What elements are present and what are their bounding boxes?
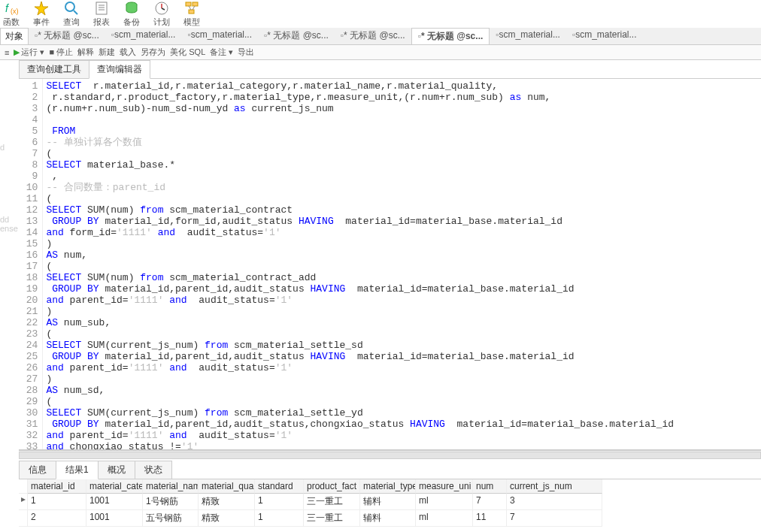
toolbar-label: 查询 — [63, 17, 80, 28]
grid-header-cell[interactable]: material_type — [360, 479, 416, 494]
horizontal-scrollbar[interactable] — [19, 450, 761, 459]
doc-tab[interactable]: ▫* 无标题 @sc... — [258, 28, 335, 44]
subtab-qb[interactable]: 查询创建工具 — [19, 60, 89, 78]
grid-cell[interactable]: 2 — [28, 510, 86, 527]
grid-cell[interactable]: 3 — [507, 494, 602, 510]
doc-tab[interactable]: ▫* 无标题 @sc... — [335, 28, 411, 44]
svg-rect-13 — [186, 2, 191, 6]
load-button[interactable]: 载入 — [120, 47, 136, 58]
grid-cell[interactable]: 精致 — [199, 494, 255, 510]
grid-cell[interactable]: 辅料 — [360, 494, 416, 510]
editor-subtabs: 查询创建工具查询编辑器 — [19, 60, 761, 79]
toolbar-label: 模型 — [183, 17, 200, 28]
toolbar-event[interactable]: 事件 — [33, 0, 50, 28]
svg-text:f: f — [5, 2, 10, 14]
subtab-qe[interactable]: 查询编辑器 — [89, 60, 150, 79]
grid-cell[interactable]: 精致 — [199, 510, 255, 527]
grid-cell[interactable]: 1 — [255, 494, 304, 510]
table-row[interactable]: ▸110011号钢筋精致1三一重工辅料ml73 — [19, 494, 761, 510]
main-toolbar: f(x)函数事件查询报表备份计划模型 — [0, 0, 761, 28]
grid-cell[interactable]: 7 — [473, 494, 507, 510]
sql-editor[interactable]: 1 2 3 4 5 6 7 8 9 10 11 12 13 14 15 16 1… — [19, 79, 761, 450]
grid-header-cell[interactable]: material_cate — [86, 479, 143, 494]
file-icon: ▫ — [496, 29, 499, 40]
grid-header-cell[interactable]: num — [473, 479, 507, 494]
grid-cell[interactable]: 1001 — [86, 494, 143, 510]
grid-header-cell[interactable]: current_js_num — [507, 479, 602, 494]
toolbar-query[interactable]: 查询 — [63, 0, 80, 28]
file-icon: ▫ — [341, 30, 344, 41]
result-tab-overview[interactable]: 概况 — [98, 461, 135, 479]
grid-cell[interactable]: 1号钢筋 — [143, 494, 199, 510]
new-button[interactable]: 新建 — [99, 47, 115, 58]
grid-header-cell[interactable]: material_nam — [143, 479, 199, 494]
result-grid[interactable]: material_idmaterial_catematerial_nammate… — [19, 479, 761, 527]
toolbar-fn[interactable]: f(x)函数 — [3, 0, 20, 28]
grid-cell[interactable]: ml — [416, 510, 473, 527]
grid-cell[interactable]: 1001 — [86, 510, 143, 527]
result-tab-status[interactable]: 状态 — [135, 461, 172, 479]
grid-cell[interactable]: 三一重工 — [304, 494, 360, 510]
left-panel-peek: d dd ense — [0, 143, 18, 233]
svg-rect-14 — [193, 2, 198, 6]
grid-cell[interactable]: 1 — [28, 494, 86, 510]
object-panel-label[interactable]: 对象 — [0, 28, 29, 44]
result-tab-res1[interactable]: 结果1 — [56, 461, 99, 479]
doc-tab[interactable]: ▫scm_material... — [490, 28, 566, 44]
query-icon — [63, 0, 80, 17]
toolbar-backup[interactable]: 备份 — [123, 0, 140, 28]
grid-cell[interactable]: 11 — [473, 510, 507, 527]
toolbar-label: 备份 — [123, 17, 140, 28]
menu-icon[interactable]: ≡ — [5, 48, 9, 57]
grid-header-cell[interactable]: material_qua — [199, 479, 255, 494]
fn-icon: f(x) — [3, 0, 20, 17]
query-action-bar: ≡ 运行 ▾ ■ 停止 解释 新建 载入 另存为 美化 SQL 备注 ▾ 导出 — [0, 45, 761, 60]
toolbar-label: 函数 — [3, 17, 20, 28]
svg-rect-15 — [189, 10, 194, 14]
doc-tab[interactable]: ▫scm_material... — [105, 28, 182, 44]
svg-line-16 — [189, 6, 191, 10]
document-tab-bar: 对象 ▫* 无标题 @sc...▫scm_material...▫scm_mat… — [0, 28, 761, 45]
toolbar-plan[interactable]: 计划 — [153, 0, 170, 28]
grid-cell[interactable]: 三一重工 — [304, 510, 360, 527]
toolbar-label: 报表 — [93, 17, 110, 28]
toolbar-report[interactable]: 报表 — [93, 0, 110, 28]
beautify-button[interactable]: 美化 SQL — [170, 47, 205, 58]
svg-line-4 — [74, 11, 77, 14]
stop-button[interactable]: ■ 停止 — [49, 47, 73, 58]
toolbar-model[interactable]: 模型 — [183, 0, 200, 28]
plan-icon — [153, 0, 170, 17]
doc-tab[interactable]: ▫* 无标题 @sc... — [29, 28, 105, 44]
run-button[interactable]: 运行 ▾ — [14, 47, 44, 58]
file-icon: ▫ — [264, 30, 267, 41]
explain-button[interactable]: 解释 — [77, 47, 94, 58]
grid-cell[interactable]: 五号钢筋 — [143, 510, 199, 527]
table-row[interactable]: 21001五号钢筋精致1三一重工辅料ml117 — [19, 510, 761, 527]
doc-tab[interactable]: ▫* 无标题 @sc... — [411, 28, 490, 44]
result-tab-info[interactable]: 信息 — [19, 461, 56, 479]
doc-tab[interactable]: ▫scm_material... — [181, 28, 258, 44]
remark-button[interactable]: 备注 ▾ — [210, 47, 233, 58]
sql-code[interactable]: SELECT r.material_id,r.material_category… — [43, 79, 677, 449]
grid-header-cell[interactable]: measure_uni — [416, 479, 473, 494]
svg-rect-5 — [96, 2, 107, 14]
backup-icon — [123, 0, 140, 17]
grid-header-cell[interactable]: product_fact — [304, 479, 360, 494]
svg-line-17 — [193, 6, 195, 10]
event-icon — [33, 0, 50, 17]
grid-header-cell[interactable]: material_id — [28, 479, 86, 494]
file-icon: ▫ — [35, 30, 38, 41]
saveas-button[interactable]: 另存为 — [141, 47, 165, 58]
grid-cell[interactable]: ml — [416, 494, 473, 510]
grid-cell[interactable]: 7 — [507, 510, 602, 527]
grid-cell[interactable]: 1 — [255, 510, 304, 527]
grid-cell[interactable]: 辅料 — [360, 510, 416, 527]
line-gutter: 1 2 3 4 5 6 7 8 9 10 11 12 13 14 15 16 1… — [19, 79, 43, 449]
grid-header-cell[interactable]: standard — [255, 479, 304, 494]
row-marker: ▸ — [19, 494, 28, 510]
doc-tab[interactable]: ▫scm_material... — [566, 28, 643, 44]
result-tabs: 信息结果1概况状态 — [19, 461, 761, 479]
export-button[interactable]: 导出 — [238, 47, 254, 58]
file-icon: ▫ — [187, 29, 190, 40]
svg-text:(x): (x) — [11, 8, 19, 15]
